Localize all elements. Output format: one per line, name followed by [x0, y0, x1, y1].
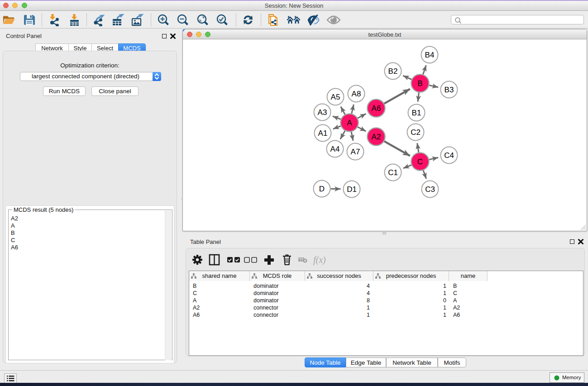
- svg-text:C: C: [417, 157, 423, 166]
- svg-text:D1: D1: [347, 185, 357, 194]
- svg-text:A5: A5: [331, 93, 340, 101]
- svg-text:A: A: [347, 119, 352, 127]
- svg-text:A1: A1: [318, 129, 328, 138]
- svg-text:B3: B3: [445, 86, 454, 94]
- svg-text:D: D: [319, 185, 325, 193]
- svg-text:B: B: [417, 79, 422, 88]
- svg-text:A7: A7: [351, 148, 360, 156]
- svg-text:C4: C4: [444, 151, 454, 160]
- svg-text:A2: A2: [372, 133, 381, 141]
- svg-text:A4: A4: [330, 145, 340, 153]
- svg-text:f(x): f(x): [313, 255, 326, 265]
- svg-text:B2: B2: [388, 67, 398, 76]
- svg-text:A6: A6: [372, 104, 381, 113]
- svg-text:A3: A3: [318, 108, 327, 117]
- svg-text:C1: C1: [388, 168, 398, 177]
- svg-text:C3: C3: [425, 185, 435, 194]
- svg-text:A8: A8: [352, 90, 361, 98]
- svg-text:C2: C2: [411, 128, 421, 137]
- svg-text:B1: B1: [412, 109, 421, 117]
- svg-text:B4: B4: [425, 51, 435, 59]
